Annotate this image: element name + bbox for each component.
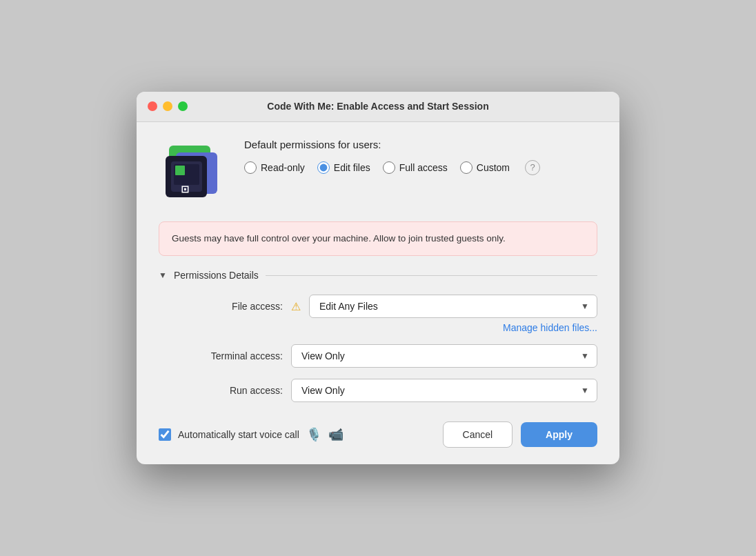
radio-full-access[interactable]: Full access xyxy=(383,161,448,174)
section-divider-line xyxy=(266,275,597,276)
run-access-select-wrap: View Only Full Access No Access ▼ xyxy=(291,379,597,402)
manage-link-row: Manage hidden files... xyxy=(172,322,597,333)
bottom-section: Automatically start voice call 🎙️ 📹 Canc… xyxy=(159,413,597,448)
file-access-label: File access: xyxy=(172,301,283,312)
buttons-row: Cancel Apply xyxy=(443,421,597,448)
radio-custom[interactable]: Custom xyxy=(460,161,510,174)
svg-rect-5 xyxy=(175,166,185,175)
file-access-select-wrap: Edit Any Files View Only No Access ▼ xyxy=(309,295,597,318)
warning-box: Guests may have full control over your m… xyxy=(159,221,597,256)
radio-read-only-label: Read-only xyxy=(261,162,305,173)
window-controls xyxy=(148,101,188,111)
terminal-access-select[interactable]: View Only Full Access No Access xyxy=(291,344,597,368)
terminal-access-label: Terminal access: xyxy=(172,350,283,361)
permissions-details-label: Permissions Details xyxy=(174,270,259,281)
run-access-row: Run access: View Only Full Access No Acc… xyxy=(172,379,597,402)
radio-edit-files-input[interactable] xyxy=(317,161,330,174)
file-access-row: File access: ⚠ Edit Any Files View Only … xyxy=(172,295,597,318)
dialog-body: ⊡ Default permissions for users: Read-on… xyxy=(137,122,619,464)
close-button[interactable] xyxy=(148,101,157,111)
top-section: ⊡ Default permissions for users: Read-on… xyxy=(159,139,597,208)
terminal-access-row: Terminal access: View Only Full Access N… xyxy=(172,344,597,368)
svg-text:⊡: ⊡ xyxy=(181,181,189,196)
permissions-details: File access: ⚠ Edit Any Files View Only … xyxy=(159,295,597,402)
radio-custom-label: Custom xyxy=(477,162,510,173)
cancel-button[interactable]: Cancel xyxy=(443,421,513,448)
warning-text: Guests may have full control over your m… xyxy=(172,233,506,244)
voice-icons: 🎙️ 📹 xyxy=(306,427,344,442)
radio-read-only-input[interactable] xyxy=(244,161,257,174)
radio-custom-input[interactable] xyxy=(460,161,472,174)
permissions-section: Default permissions for users: Read-only… xyxy=(244,139,597,175)
radio-edit-files-label: Edit files xyxy=(334,162,370,173)
permissions-details-header: ▼ Permissions Details xyxy=(159,270,597,281)
manage-hidden-files-link[interactable]: Manage hidden files... xyxy=(503,322,597,333)
warning-triangle-icon: ⚠ xyxy=(291,300,301,313)
camera-off-icon: 📹 xyxy=(328,427,344,442)
file-access-select[interactable]: Edit Any Files View Only No Access xyxy=(309,295,597,318)
voice-call-checkbox[interactable] xyxy=(159,428,171,441)
run-access-label: Run access: xyxy=(172,385,283,396)
minimize-button[interactable] xyxy=(163,101,172,111)
radio-full-access-label: Full access xyxy=(399,162,448,173)
titlebar: Code With Me: Enable Access and Start Se… xyxy=(137,92,619,122)
terminal-access-select-wrap: View Only Full Access No Access ▼ xyxy=(291,344,597,368)
dialog-window: Code With Me: Enable Access and Start Se… xyxy=(137,92,619,464)
run-access-select[interactable]: View Only Full Access No Access xyxy=(291,379,597,402)
radio-read-only[interactable]: Read-only xyxy=(244,161,305,174)
app-icon: ⊡ xyxy=(159,139,228,208)
radio-full-access-input[interactable] xyxy=(383,161,395,174)
maximize-button[interactable] xyxy=(178,101,188,111)
help-icon[interactable]: ? xyxy=(525,160,540,175)
collapse-arrow-icon[interactable]: ▼ xyxy=(159,270,167,280)
permissions-label: Default permissions for users: xyxy=(244,139,597,150)
dialog-title: Code With Me: Enable Access and Start Se… xyxy=(267,101,488,112)
apply-button[interactable]: Apply xyxy=(521,422,597,447)
voice-call-row: Automatically start voice call 🎙️ 📹 xyxy=(159,427,344,442)
radio-edit-files[interactable]: Edit files xyxy=(317,161,370,174)
voice-call-label: Automatically start voice call xyxy=(178,429,299,440)
radio-group: Read-only Edit files Full access Custom xyxy=(244,160,597,175)
microphone-off-icon: 🎙️ xyxy=(306,427,321,442)
